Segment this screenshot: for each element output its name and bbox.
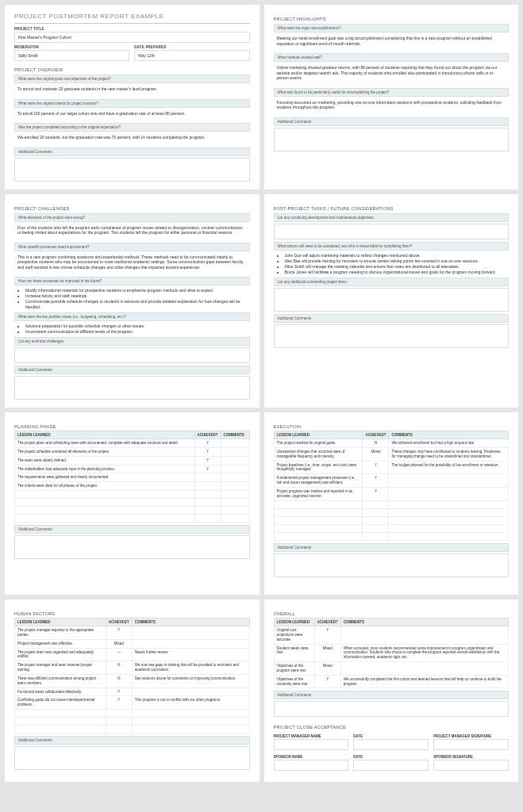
list-problem-areas: Advance preparation for possible schedul… [14,324,250,335]
section-execution-title: EXECUTION [274,424,510,429]
table-row [15,718,250,726]
label-post-addl: Additional Comments [274,314,510,323]
input-moderator[interactable]: Sally Smith [14,50,129,61]
input-project-title[interactable]: First Master's Program Cohort [14,32,250,43]
table-row [15,491,250,499]
a-accomplishments: Meeting our initial enrollment goal was … [274,33,510,51]
table-row [274,516,509,524]
list-item: Communicate possible schedule changes to… [25,299,250,310]
table-row: The stakeholders had adequate input in t… [15,465,250,473]
outstanding-box[interactable] [274,288,510,312]
th-lesson: LESSON LEARNED [274,431,363,439]
table-row: The project schedule contained all eleme… [15,447,250,456]
th-comments: COMMENTS [221,431,249,439]
planning-comments-box[interactable] [14,535,250,559]
table-row: Unexpected changes that occurred were of… [274,447,509,461]
q-useful: What was found to be particularly useful… [274,88,510,97]
th-comments: COMMENTS [132,619,249,626]
table-overall: LESSON LEARNEDACHIEVED?COMMENTS Original… [274,618,510,688]
technical-box[interactable] [14,347,250,363]
a-useful: Focusing resources on marketing, providi… [274,97,510,115]
table-row: Project progress was tracked and reporte… [274,487,509,500]
th-lesson: LESSON LEARNED [15,431,195,439]
label-overall-addl: Additional Comments [274,691,510,699]
table-row: Conflicting goals did not cause interdep… [15,696,250,710]
table-row [274,532,509,540]
a-goals: To recruit and maintain 20 graduate stud… [14,83,250,97]
table-row: Functional areas collaborated effectivel… [15,688,250,696]
table-row [15,710,250,718]
q-actions: What actions still need to be completed,… [274,242,510,251]
label-pm-name: PROJECT MANAGER NAME [274,734,349,738]
table-row: The project team was organized and adequ… [15,648,250,661]
a-wrong: Four of the students who left the progra… [14,222,250,240]
table-row: The tasks were clearly defined.Y [15,456,250,465]
q-technical: List any technical challenges. [14,337,250,346]
challenges-comments-box[interactable] [14,376,250,400]
input-pm-name[interactable] [274,739,349,750]
th-comments: COMMENTS [340,619,508,626]
label-sponsor-sig: SPONSOR SIGNATURE [433,755,509,759]
section-close-title: PROJECT CLOSE ACCEPTANCE [274,725,510,730]
continuing-box[interactable] [274,224,510,239]
highlights-comments-box[interactable] [274,128,510,151]
q-outstanding: List any additional outstanding project … [274,278,510,286]
q-methods: What methods worked well? [274,53,510,62]
table-row: The project manager and team received pr… [15,661,250,675]
post-comments-box[interactable] [274,324,510,348]
doc-title: PROJECT POSTMORTEM REPORT EXAMPLE [14,13,250,24]
execution-comments-box[interactable] [274,553,510,577]
table-row: The requirements were gathered and clear… [15,473,250,482]
label-execution-addl: Additional Comments [274,543,510,552]
list-item: Inconsistent communication at different … [25,329,250,335]
q-completed: Was the project completed according to t… [14,123,250,132]
table-row: Fundamental project management processes… [274,474,509,488]
list-item: John Doe will adjust marketing materials… [285,253,510,259]
table-row [15,515,250,523]
table-row: There was efficient communication among … [15,674,250,688]
label-project-title: PROJECT TITLE [14,27,250,31]
overall-comments-box[interactable] [274,701,510,717]
th-comments: COMMENTS [389,431,509,439]
table-row: The project reached its original goals.N… [274,439,509,448]
th-lesson: LESSON LEARNED [274,619,314,626]
section-human-title: HUMAN FACTORS [14,611,250,616]
q-improvement: What specific processes need improvement… [14,243,250,251]
section-highlights-title: PROJECT HIGHLIGHTS [274,17,510,21]
page-planning: PLANNING PHASE LESSON LEARNEDACHIEVED?CO… [5,412,260,595]
section-planning-title: PLANNING PHASE [14,424,250,429]
table-row [274,524,509,532]
label-sponsor-name: SPONSOR NAME [274,755,349,759]
page-post-project: POST-PROJECT TASKS / FUTURE CONSIDERATIO… [264,194,519,408]
list-item: Alice Smith will manage the meeting cale… [285,264,510,270]
overview-comments-box[interactable] [14,158,250,182]
table-row: The project plans and scheduling were we… [15,439,250,448]
input-sponsor-date[interactable] [353,760,429,771]
section-overview-title: PROJECT OVERVIEW [14,67,250,72]
input-pm-date[interactable] [353,739,429,750]
list-item: Advance preparation for possible schedul… [25,324,250,329]
q-goals: What were the original goals and objecti… [14,75,250,83]
q-future: How can these processes be improved in t… [14,277,250,285]
label-moderator: MODERATOR [14,45,129,49]
table-row [274,500,509,508]
page-overview: PROJECT POSTMORTEM REPORT EXAMPLE PROJEC… [5,5,260,190]
table-row [15,499,250,507]
human-comments-box[interactable] [14,746,250,770]
page-overall: OVERALL LESSON LEARNEDACHIEVED?COMMENTS … [264,599,519,782]
th-achieved: ACHIEVED? [314,619,340,626]
list-future: Modify informational materials for prosp… [14,288,250,310]
table-row: Objectives of the university were met.YW… [274,675,509,688]
page-challenges: PROJECT CHALLENGES What elements of the … [5,194,260,408]
table-row: Original cost projections were accurate.… [274,626,509,645]
page-human: HUMAN FACTORS LESSON LEARNEDACHIEVED?COM… [5,599,260,782]
label-pm-sig: PROJECT MANAGER SIGNATURE [433,734,509,738]
list-actions: John Doe will adjust marketing materials… [274,253,510,275]
table-row: The criteria were clear for all phases o… [15,482,250,491]
input-date-prepared[interactable]: May 12th [134,50,249,61]
input-sponsor-name[interactable] [274,760,349,771]
table-row: Objectives of the program were met.Mixed [274,662,509,676]
input-sponsor-sig[interactable] [433,760,509,771]
input-pm-sig[interactable] [433,739,509,750]
list-item: Increase faculty and staff meetings. [25,293,250,299]
